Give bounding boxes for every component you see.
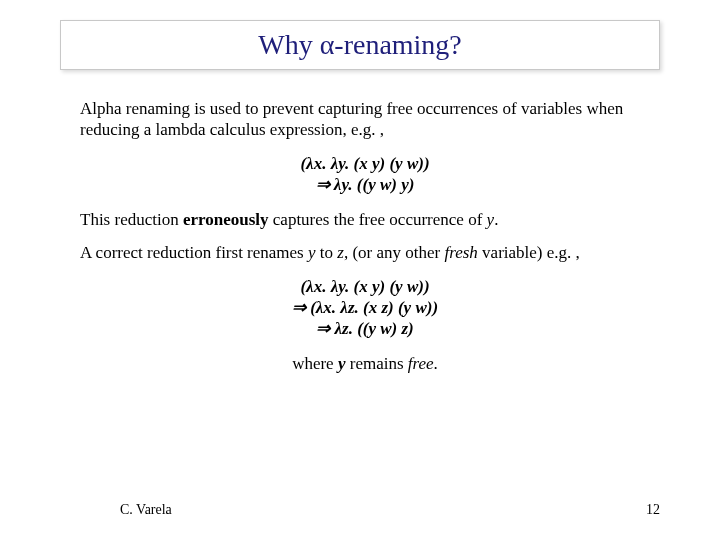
p3-mid: , (or any other bbox=[344, 243, 445, 262]
p3-to: to bbox=[316, 243, 338, 262]
p2-end: . bbox=[494, 210, 498, 229]
title-box: Why α-renaming? bbox=[60, 20, 660, 70]
p3-z: z bbox=[337, 243, 344, 262]
formula-1-line-1: (λx. λy. (x y) (y w)) bbox=[80, 153, 650, 174]
slide-title: Why α-renaming? bbox=[71, 29, 649, 61]
slide: Why α-renaming? Alpha renaming is used t… bbox=[0, 0, 720, 540]
where-line: where y remains free. bbox=[80, 353, 650, 374]
intro-paragraph: Alpha renaming is used to prevent captur… bbox=[80, 98, 650, 141]
correct-paragraph: A correct reduction first renames y to z… bbox=[80, 242, 650, 263]
p2-bold: erroneously bbox=[183, 210, 269, 229]
formula-1-line-2: ⇒ λy. ((y w) y) bbox=[80, 174, 650, 195]
p3-y: y bbox=[308, 243, 316, 262]
formula-2-line-3: ⇒ λz. ((y w) z) bbox=[80, 318, 650, 339]
p3-fresh: fresh bbox=[444, 243, 477, 262]
where-mid: remains bbox=[345, 354, 407, 373]
formula-1: (λx. λy. (x y) (y w)) ⇒ λy. ((y w) y) bbox=[80, 153, 650, 196]
p3-pre: A correct reduction first renames bbox=[80, 243, 308, 262]
error-paragraph: This reduction erroneously captures the … bbox=[80, 209, 650, 230]
p3-post: variable) e.g. , bbox=[478, 243, 580, 262]
formula-2: (λx. λy. (x y) (y w)) ⇒ (λx. λz. (x z) (… bbox=[80, 276, 650, 340]
formula-2-line-1: (λx. λy. (x y) (y w)) bbox=[80, 276, 650, 297]
footer-author: C. Varela bbox=[120, 502, 172, 518]
p2-pre: This reduction bbox=[80, 210, 183, 229]
where-free: free bbox=[408, 354, 434, 373]
body: Alpha renaming is used to prevent captur… bbox=[80, 98, 650, 375]
formula-2-line-2: ⇒ (λx. λz. (x z) (y w)) bbox=[80, 297, 650, 318]
p2-y: y bbox=[487, 210, 495, 229]
where-end: . bbox=[434, 354, 438, 373]
where-pre: where bbox=[292, 354, 338, 373]
footer-page-number: 12 bbox=[646, 502, 660, 518]
p2-post: captures the free occurrence of bbox=[269, 210, 487, 229]
